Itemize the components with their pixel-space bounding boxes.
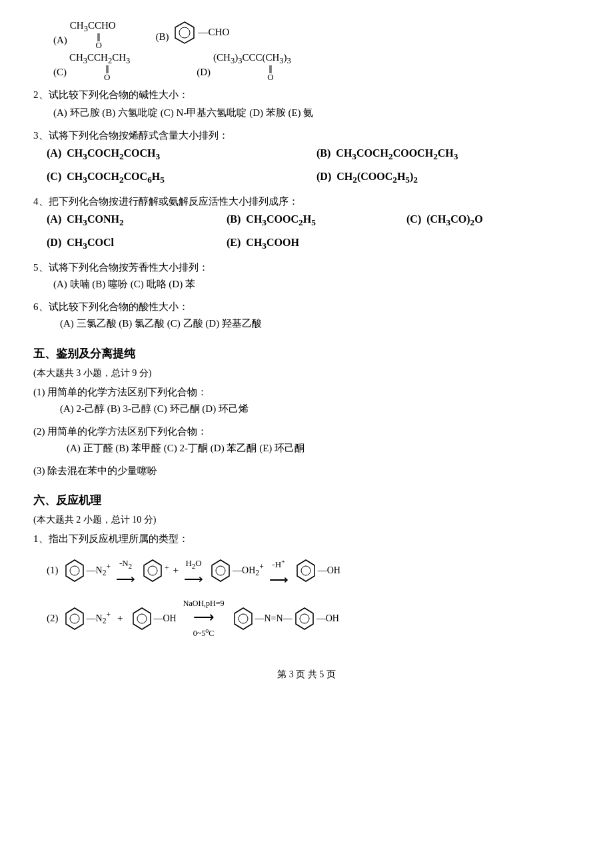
svg-marker-2	[66, 560, 83, 581]
section6-q1-intro: 1、指出下列反应机理所属的类型：	[33, 531, 580, 548]
question-1: (A) CH3CCHO ‖ O (B)	[33, 20, 580, 81]
svg-marker-8	[297, 560, 314, 581]
benzene-r1-2	[141, 559, 165, 583]
svg-point-1	[179, 27, 190, 38]
q5-text: 5、试将下列化合物按芳香性大小排列：	[33, 259, 580, 277]
question-5: 5、试将下列化合物按芳香性大小排列： (A) 呋喃 (B) 噻吩 (C) 吡咯 …	[33, 259, 580, 293]
svg-point-5	[148, 566, 157, 575]
section6-subtitle: (本大题共 2 小题，总计 10 分)	[33, 512, 580, 528]
q2-text: 2、试比较下列化合物的碱性大小：	[33, 87, 580, 104]
q3-c: (C) CH3COCH2COC6H5	[47, 167, 310, 188]
page-footer: 第 3 页 共 5 页	[33, 667, 580, 683]
section6-title: 六、反应机理	[33, 491, 580, 511]
q5-options: (A) 呋喃 (B) 噻吩 (C) 吡咯 (D) 苯	[53, 276, 580, 293]
q6-text: 6、试比较下列化合物的酸性大小：	[33, 299, 580, 316]
q3-text: 3、试将下列化合物按烯醇式含量大小排列：	[33, 127, 580, 145]
svg-point-9	[301, 566, 310, 575]
q1-option-d-label: (D)	[197, 64, 211, 81]
q1-option-a-formula: CH3CCHO ‖ O	[70, 20, 116, 49]
benzene-r2-4	[293, 607, 316, 631]
svg-marker-16	[296, 608, 313, 629]
q2-options: (A) 环己胺 (B) 六氢吡啶 (C) N-甲基六氢吡啶 (D) 苯胺 (E)…	[53, 105, 580, 122]
q3-b: (B) CH3COCH2COOCH2CH3	[316, 144, 580, 165]
svg-point-13	[137, 614, 147, 623]
benzene-r2-3	[231, 607, 255, 631]
svg-marker-4	[144, 560, 161, 581]
reaction-1-row: (1) —N2+ -N2 ⟶ + + H2O ⟶ —OH2+ -H+ ⟶	[47, 555, 580, 585]
benzene-ring-b	[172, 20, 197, 45]
q4-b: (B) CH3COOC2H5	[227, 210, 400, 231]
reaction-2-label: (2)	[47, 610, 59, 627]
q4-text: 4、把下列化合物按进行醇解或氨解反应活性大小排列成序：	[33, 193, 580, 211]
s5q1-options: (A) 2-己醇 (B) 3-己醇 (C) 环己酮 (D) 环己烯	[60, 401, 580, 418]
q4-c: (C) (CH3CO)2O	[406, 210, 580, 231]
s5q2-text: (2) 用简单的化学方法区别下列化合物：	[33, 423, 580, 441]
benzene-r1-3	[209, 559, 233, 583]
svg-marker-10	[66, 608, 83, 629]
s5q1-text: (1) 用简单的化学方法区别下列化合物：	[33, 384, 580, 401]
section5-q2: (2) 用简单的化学方法区别下列化合物： (A) 正丁醛 (B) 苯甲醛 (C)…	[33, 423, 580, 457]
question-3: 3、试将下列化合物按烯醇式含量大小排列： (A) CH3COCH2COCH3 (…	[33, 127, 580, 188]
q4-a: (A) CH3CONH2	[47, 210, 220, 231]
q6-options: (A) 三氯乙酸 (B) 氯乙酸 (C) 乙酸 (D) 羟基乙酸	[60, 315, 580, 333]
reaction-1-label: (1)	[47, 562, 59, 579]
section5-q3: (3) 除去混在苯中的少量噻吩	[33, 463, 580, 480]
svg-point-17	[300, 614, 309, 623]
s5q2-options: (A) 正丁醛 (B) 苯甲醛 (C) 2-丁酮 (D) 苯乙酮 (E) 环己酮	[67, 440, 580, 457]
svg-point-3	[70, 566, 79, 575]
section5-q1: (1) 用简单的化学方法区别下列化合物： (A) 2-己醇 (B) 3-己醇 (…	[33, 384, 580, 418]
q1-option-c-label: (C)	[53, 64, 67, 81]
svg-point-7	[216, 566, 225, 575]
benzene-r1-4	[294, 559, 318, 583]
svg-marker-6	[212, 560, 229, 581]
svg-marker-0	[175, 22, 194, 43]
q1-option-b-formula: —CHO	[172, 20, 230, 45]
q1-option-b-label: (B)	[156, 29, 169, 46]
svg-marker-14	[235, 608, 252, 629]
q1-option-c-formula: CH3CCH2CH3 ‖ O	[69, 52, 130, 81]
section5-subtitle: (本大题共 3 小题，总计 9 分)	[33, 365, 580, 381]
benzene-r2-1	[63, 607, 87, 631]
q1-option-d-formula: (CH3)3CCC(CH3)3 ‖ O	[213, 52, 291, 81]
section5-title: 五、鉴别及分离提纯	[33, 345, 580, 364]
reaction-2-row: (2) —N2+ + —OH NaOH,pH=9 ⟶ 0~5oC —N=N— —…	[47, 597, 580, 641]
q3-a: (A) CH3COCH2COCH3	[47, 144, 310, 165]
benzene-r2-2	[130, 607, 154, 631]
q3-d: (D) CH2(COOC2H5)2	[316, 167, 580, 188]
question-2: 2、试比较下列化合物的碱性大小： (A) 环己胺 (B) 六氢吡啶 (C) N-…	[33, 87, 580, 122]
svg-marker-12	[133, 608, 151, 629]
q1-option-a-label: (A)	[53, 32, 67, 49]
benzene-r1-1	[63, 559, 87, 583]
q4-d: (D) CH3COCl	[47, 233, 220, 254]
s5q3-text: (3) 除去混在苯中的少量噻吩	[33, 463, 580, 480]
svg-point-15	[239, 614, 248, 623]
q4-e: (E) CH3COOH	[227, 233, 400, 254]
svg-point-11	[70, 614, 79, 623]
question-6: 6、试比较下列化合物的酸性大小： (A) 三氯乙酸 (B) 氯乙酸 (C) 乙酸…	[33, 299, 580, 333]
question-4: 4、把下列化合物按进行醇解或氨解反应活性大小排列成序： (A) CH3CONH2…	[33, 193, 580, 254]
footer-text: 第 3 页 共 5 页	[277, 669, 336, 679]
